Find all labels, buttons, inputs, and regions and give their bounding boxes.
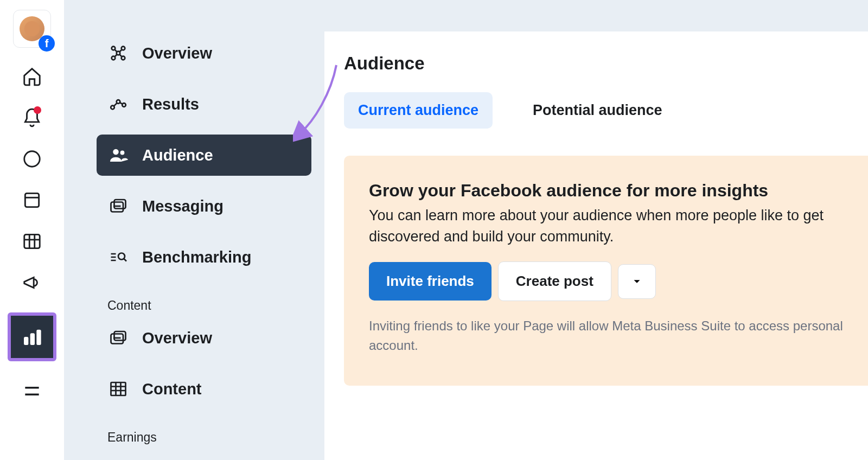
svg-point-8 <box>112 56 116 60</box>
messaging-icon <box>107 195 129 217</box>
nav-item-content-overview[interactable]: Overview <box>97 317 311 359</box>
page-avatar[interactable]: f <box>13 10 51 48</box>
planner-icon[interactable] <box>20 229 44 254</box>
facebook-badge-icon: f <box>39 35 55 52</box>
svg-point-9 <box>122 56 125 60</box>
grow-audience-card: Grow your Facebook audience for more ins… <box>344 156 868 386</box>
svg-point-14 <box>113 149 119 155</box>
nav-item-content[interactable]: Content <box>97 368 311 410</box>
benchmarking-icon <box>107 246 129 268</box>
content-table-icon <box>107 378 129 400</box>
nav-item-overview[interactable]: Overview <box>97 33 311 74</box>
audience-icon <box>107 144 129 166</box>
create-post-button[interactable]: Create post <box>498 261 611 301</box>
nav-label: Overview <box>142 329 212 347</box>
nav-label: Benchmarking <box>142 248 251 266</box>
grow-card-title: Grow your Facebook audience for more ins… <box>369 181 868 201</box>
results-icon <box>107 93 129 115</box>
tab-current-audience[interactable]: Current audience <box>344 92 493 129</box>
nav-label: Audience <box>142 146 213 164</box>
ads-icon[interactable] <box>20 270 44 295</box>
nav-item-benchmarking[interactable]: Benchmarking <box>97 237 311 278</box>
icon-rail: f <box>0 0 64 460</box>
svg-point-11 <box>111 106 114 110</box>
svg-point-0 <box>24 151 40 167</box>
grow-card-note: Inviting friends to like your Page will … <box>369 316 868 355</box>
main-panel: Audience Current audience Potential audi… <box>324 31 868 460</box>
svg-rect-16 <box>111 202 124 212</box>
svg-rect-21 <box>111 382 126 395</box>
section-label-content: Content <box>97 288 311 317</box>
nav-label: Overview <box>142 44 212 62</box>
nav-item-audience[interactable]: Audience <box>97 135 311 176</box>
home-icon[interactable] <box>20 64 44 89</box>
nav-item-messaging[interactable]: Messaging <box>97 186 311 227</box>
insights-sidebar: Overview Results Audience Messaging Benc… <box>64 0 324 460</box>
notifications-icon[interactable] <box>20 105 44 130</box>
svg-point-6 <box>112 47 116 50</box>
svg-rect-20 <box>114 331 126 341</box>
audience-tabs: Current audience Potential audience <box>344 92 868 129</box>
insights-nav-active[interactable] <box>8 312 56 361</box>
nav-label: Content <box>142 380 202 398</box>
nav-label: Results <box>142 95 199 113</box>
svg-rect-19 <box>111 334 124 344</box>
tab-potential-audience[interactable]: Potential audience <box>519 92 676 129</box>
content-overview-icon <box>107 327 129 349</box>
page-title: Audience <box>344 53 868 74</box>
more-actions-dropdown[interactable] <box>618 264 656 299</box>
section-label-earnings: Earnings <box>97 419 311 449</box>
invite-friends-button[interactable]: Invite friends <box>369 262 492 301</box>
svg-rect-4 <box>30 333 35 345</box>
svg-point-7 <box>122 47 125 50</box>
nav-item-results[interactable]: Results <box>97 84 311 125</box>
svg-rect-5 <box>36 330 41 345</box>
notification-badge-icon <box>34 106 41 114</box>
posts-icon[interactable] <box>20 188 44 213</box>
insights-icon <box>20 324 44 349</box>
overview-icon <box>107 42 129 64</box>
nav-label: Messaging <box>142 197 224 215</box>
grow-card-body: You can learn more about your audience w… <box>369 205 868 247</box>
svg-point-15 <box>120 151 125 155</box>
svg-point-18 <box>118 253 125 260</box>
more-menu-icon[interactable] <box>20 379 44 404</box>
svg-rect-2 <box>24 234 40 248</box>
svg-rect-3 <box>24 337 28 345</box>
svg-rect-1 <box>25 193 39 207</box>
svg-rect-17 <box>114 200 126 209</box>
svg-point-13 <box>122 103 126 107</box>
caret-down-icon <box>631 276 643 288</box>
inbox-icon[interactable] <box>20 146 44 171</box>
